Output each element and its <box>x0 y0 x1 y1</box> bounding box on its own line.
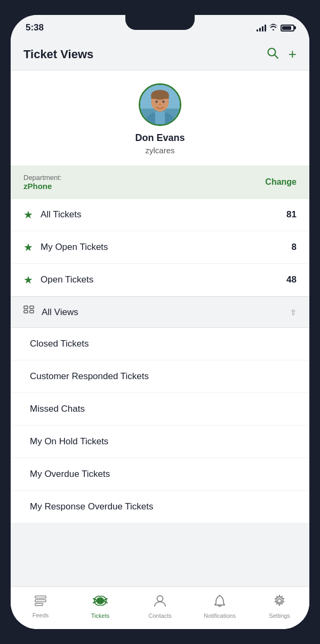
grid-icon <box>23 305 34 319</box>
avatar <box>139 83 181 126</box>
svg-rect-16 <box>35 596 46 598</box>
svg-point-11 <box>159 104 161 106</box>
phone-screen: 5:38 <box>11 15 309 629</box>
ticket-count: 81 <box>286 209 297 220</box>
feeds-label: Feeds <box>33 612 49 618</box>
sub-view-response-overdue[interactable]: My Response Overdue Tickets <box>11 491 309 523</box>
sub-view-closed-tickets[interactable]: Closed Tickets <box>11 328 309 360</box>
department-label: Department: <box>23 174 62 182</box>
department-name: zPhone <box>23 182 62 191</box>
nav-item-tickets[interactable]: Tickets <box>70 594 130 619</box>
ticket-item-all[interactable]: ★ All Tickets 81 <box>11 199 309 231</box>
ticket-list: ★ All Tickets 81 ★ My Open Tickets 8 ★ O… <box>11 199 309 296</box>
tickets-icon <box>92 594 108 610</box>
nav-item-feeds[interactable]: Feeds <box>11 595 70 618</box>
phone-frame: 5:38 <box>0 0 320 644</box>
ticket-item-my-open[interactable]: ★ My Open Tickets 8 <box>11 231 309 264</box>
svg-rect-5 <box>155 112 165 124</box>
nav-item-contacts[interactable]: Contacts <box>130 594 190 619</box>
header-actions: + <box>266 46 297 62</box>
ticket-count: 8 <box>292 242 297 253</box>
svg-rect-15 <box>30 310 34 313</box>
nav-item-notifications[interactable]: Notifications <box>190 594 250 619</box>
all-views-header[interactable]: All Views ⇧ <box>11 296 309 328</box>
sub-view-overdue[interactable]: My Overdue Tickets <box>11 458 309 491</box>
profile-name: Don Evans <box>135 132 185 144</box>
search-icon[interactable] <box>266 46 279 62</box>
change-department-button[interactable]: Change <box>265 177 297 187</box>
ticket-count: 48 <box>286 274 297 285</box>
ticket-label: Open Tickets <box>41 274 286 285</box>
svg-point-9 <box>155 100 158 103</box>
signal-icon <box>257 24 266 32</box>
contacts-label: Contacts <box>148 612 171 619</box>
sub-views-list: Closed Tickets Customer Responded Ticket… <box>11 328 309 523</box>
star-icon: ★ <box>23 208 33 221</box>
notch <box>125 15 195 30</box>
notifications-label: Notifications <box>204 612 236 619</box>
svg-rect-8 <box>151 95 169 99</box>
battery-icon <box>281 25 294 32</box>
svg-point-20 <box>278 599 282 602</box>
ticket-label: All Tickets <box>41 209 286 220</box>
feeds-icon <box>34 595 47 610</box>
settings-icon <box>273 594 286 610</box>
svg-rect-18 <box>35 603 43 606</box>
svg-line-1 <box>275 55 278 58</box>
page-title: Ticket Views <box>23 48 93 61</box>
status-time: 5:38 <box>26 22 44 33</box>
bottom-nav: Feeds Tickets <box>11 586 309 629</box>
tickets-label: Tickets <box>91 612 109 619</box>
content-area: Don Evans zylcares Department: zPhone Ch… <box>11 70 309 586</box>
status-icons <box>257 23 294 32</box>
svg-rect-13 <box>24 310 28 313</box>
ticket-label: My Open Tickets <box>41 242 292 253</box>
nav-item-settings[interactable]: Settings <box>250 594 309 619</box>
star-icon: ★ <box>23 241 33 254</box>
profile-section: Don Evans zylcares <box>11 70 309 166</box>
svg-rect-14 <box>30 306 34 309</box>
contacts-icon <box>154 594 166 610</box>
department-info: Department: zPhone <box>23 174 62 191</box>
svg-point-19 <box>157 595 163 601</box>
svg-point-10 <box>162 100 165 103</box>
svg-rect-17 <box>35 600 46 602</box>
sub-view-on-hold[interactable]: My On Hold Tickets <box>11 426 309 458</box>
chevron-up-icon: ⇧ <box>290 308 297 317</box>
header: Ticket Views + <box>11 38 309 70</box>
all-views-label: All Views <box>42 307 290 318</box>
svg-rect-12 <box>24 306 28 309</box>
notifications-icon <box>214 594 226 610</box>
ticket-item-open[interactable]: ★ Open Tickets 48 <box>11 264 309 296</box>
avatar-image <box>140 85 180 124</box>
department-bar: Department: zPhone Change <box>11 166 309 199</box>
add-icon[interactable]: + <box>289 46 297 62</box>
settings-label: Settings <box>269 612 290 619</box>
profile-company: zylcares <box>145 146 174 155</box>
sub-view-missed-chats[interactable]: Missed Chats <box>11 393 309 426</box>
sub-view-customer-responded[interactable]: Customer Responded Tickets <box>11 360 309 393</box>
wifi-icon <box>269 23 278 32</box>
star-icon: ★ <box>23 273 33 286</box>
